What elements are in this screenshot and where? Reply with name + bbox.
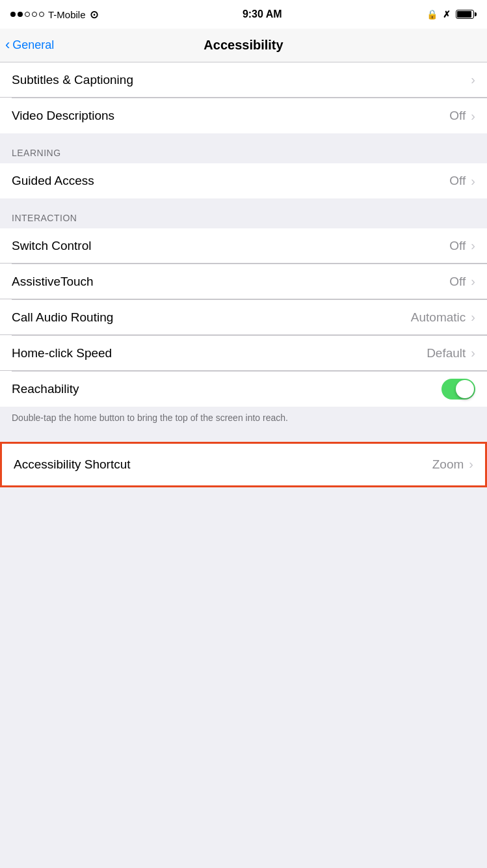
guided-access-label: Guided Access (12, 174, 449, 188)
interaction-section: Switch Control Off › AssistiveTouch Off … (0, 228, 487, 407)
accessibility-shortcut-row[interactable]: Accessibility Shortcut Zoom › (0, 442, 487, 487)
accessibility-shortcut-value: Zoom (432, 457, 464, 472)
back-chevron-icon: ‹ (5, 38, 10, 52)
home-click-speed-label: Home-click Speed (12, 346, 427, 360)
settings-content: Subtitles & Captioning › Video Descripti… (0, 62, 487, 507)
signal-dot-4 (32, 12, 37, 17)
switch-control-chevron-icon: › (471, 238, 475, 253)
signal-dot-5 (39, 12, 44, 17)
signal-dots (10, 12, 44, 17)
home-click-speed-value: Default (427, 346, 466, 360)
subtitles-captioning-row[interactable]: Subtitles & Captioning › (0, 62, 487, 98)
reachability-row[interactable]: Reachability (0, 372, 487, 407)
status-bar: T-Mobile ⊙ 9:30 AM 🔒 ✗ (0, 0, 487, 29)
subtitles-chevron-icon: › (471, 72, 475, 87)
switch-control-value: Off (449, 239, 466, 253)
switch-control-label: Switch Control (12, 239, 449, 253)
reachability-footer: Double-tap the home button to bring the … (0, 407, 487, 435)
learning-section: Guided Access Off › (0, 163, 487, 198)
back-button[interactable]: ‹ General (5, 38, 54, 52)
status-right: 🔒 ✗ (427, 9, 477, 20)
status-left: T-Mobile ⊙ (10, 8, 98, 21)
call-audio-routing-label: Call Audio Routing (12, 310, 411, 325)
toggle-thumb (456, 380, 474, 398)
carrier-label: T-Mobile (48, 9, 86, 20)
lock-icon: 🔒 (427, 9, 438, 20)
call-audio-routing-chevron-icon: › (471, 310, 475, 325)
assistivetouch-value: Off (449, 275, 466, 289)
assistivetouch-label: AssistiveTouch (12, 275, 449, 289)
signal-dot-3 (25, 12, 30, 17)
navigation-bar: ‹ General Accessibility (0, 29, 487, 62)
guided-access-row[interactable]: Guided Access Off › (0, 163, 487, 198)
top-section: Subtitles & Captioning › Video Descripti… (0, 62, 487, 133)
video-descriptions-chevron-icon: › (471, 109, 475, 124)
switch-control-row[interactable]: Switch Control Off › (0, 228, 487, 264)
reachability-label: Reachability (12, 382, 441, 396)
interaction-section-header: INTERACTION (0, 198, 487, 228)
back-button-label: General (12, 38, 54, 52)
assistivetouch-row[interactable]: AssistiveTouch Off › (0, 264, 487, 299)
bluetooth-icon: ✗ (443, 9, 451, 20)
video-descriptions-row[interactable]: Video Descriptions Off › (0, 98, 487, 133)
video-descriptions-label: Video Descriptions (12, 109, 449, 123)
accessibility-shortcut-label: Accessibility Shortcut (14, 457, 432, 472)
reachability-footer-text: Double-tap the home button to bring the … (12, 413, 288, 423)
reachability-toggle[interactable] (441, 379, 475, 400)
learning-section-header: LEARNING (0, 133, 487, 163)
call-audio-routing-value: Automatic (411, 310, 466, 325)
home-click-speed-chevron-icon: › (471, 346, 475, 360)
wifi-icon: ⊙ (90, 8, 98, 21)
guided-access-value: Off (449, 174, 466, 188)
call-audio-routing-row[interactable]: Call Audio Routing Automatic › (0, 300, 487, 335)
battery-indicator (456, 10, 477, 19)
signal-dot-1 (10, 12, 16, 17)
video-descriptions-value: Off (449, 109, 466, 123)
subtitles-captioning-label: Subtitles & Captioning (12, 73, 471, 87)
accessibility-shortcut-chevron-icon: › (469, 457, 473, 472)
page-title: Accessibility (204, 38, 283, 53)
home-click-speed-row[interactable]: Home-click Speed Default › (0, 336, 487, 371)
guided-access-chevron-icon: › (471, 174, 475, 189)
signal-dot-2 (18, 12, 23, 17)
assistivetouch-chevron-icon: › (471, 274, 475, 289)
status-time: 9:30 AM (243, 8, 282, 20)
